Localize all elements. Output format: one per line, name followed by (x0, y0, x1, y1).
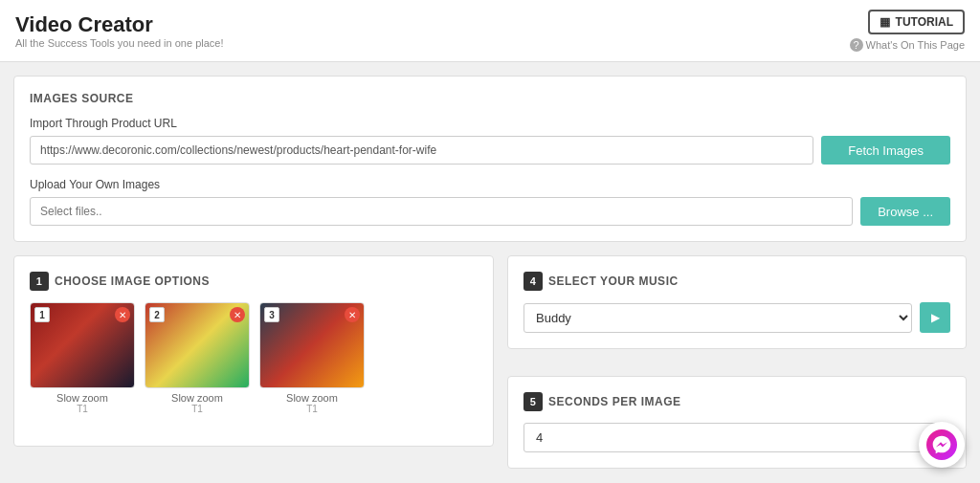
thumb-num-2: 2 (149, 307, 165, 322)
images-source-title: IMAGES SOURCE (30, 92, 950, 105)
thumbnail-2[interactable]: 2 ✕ (145, 302, 250, 388)
select-music-title: 4 SELECT YOUR MUSIC (523, 272, 950, 291)
thumb-label-2: Slow zoom (171, 392, 223, 404)
thumbnails-row: 1 ✕ Slow zoom T1 2 ✕ Slow zoom T1 (30, 302, 478, 414)
list-item: 1 ✕ Slow zoom T1 (30, 302, 135, 414)
thumb-close-2[interactable]: ✕ (230, 307, 245, 322)
play-icon: ▶ (931, 311, 940, 324)
seconds-per-image-title: 5 SECONDS PER IMAGE (523, 392, 950, 411)
thumb-sub-3: T1 (306, 404, 318, 414)
browse-button[interactable]: Browse ... (860, 197, 950, 226)
choose-images-col: 1 CHOOSE IMAGE OPTIONS 1 ✕ Slow zoom T1 (13, 255, 494, 482)
music-select[interactable]: Buddy Track 1 Track 2 Track 3 (523, 303, 912, 333)
music-row: Buddy Track 1 Track 2 Track 3 ▶ (523, 302, 950, 333)
tutorial-icon: ▦ (880, 15, 890, 29)
thumb-sub-2: T1 (191, 404, 203, 414)
header-right: ▦ TUTORIAL ? What's On This Page (850, 10, 965, 52)
thumb-label-1: Slow zoom (56, 392, 108, 404)
thumb-num-3: 3 (264, 307, 279, 322)
import-label: Import Through Product URL (30, 117, 950, 130)
app-subtitle: All the Success Tools you need in one pl… (15, 37, 224, 49)
thumbnail-3[interactable]: 3 ✕ (259, 302, 365, 388)
thumb-close-1[interactable]: ✕ (115, 307, 130, 322)
choose-images-card: 1 CHOOSE IMAGE OPTIONS 1 ✕ Slow zoom T1 (13, 255, 494, 447)
whats-on-page-label: What's On This Page (866, 39, 965, 51)
file-select-input[interactable] (30, 197, 853, 226)
choose-images-label: CHOOSE IMAGE OPTIONS (55, 274, 210, 288)
messenger-icon (926, 429, 957, 460)
images-source-card: IMAGES SOURCE Import Through Product URL… (13, 76, 967, 242)
url-row: Fetch Images (30, 136, 950, 165)
app-title: Video Creator (15, 12, 224, 37)
seconds-select[interactable]: 1 2 3 4 5 6 7 8 (523, 423, 950, 452)
tutorial-button[interactable]: ▦ TUTORIAL (868, 10, 965, 34)
thumb-sub-1: T1 (77, 404, 88, 414)
step-4-badge: 4 (523, 272, 543, 291)
right-col: 4 SELECT YOUR MUSIC Buddy Track 1 Track … (507, 255, 967, 482)
thumb-close-3[interactable]: ✕ (345, 307, 360, 322)
whats-on-page-link[interactable]: ? What's On This Page (850, 38, 965, 52)
seconds-label: SECONDS PER IMAGE (548, 395, 681, 408)
thumb-num-1: 1 (34, 307, 50, 322)
select-music-label: SELECT YOUR MUSIC (548, 274, 679, 288)
messenger-fab-button[interactable] (919, 422, 965, 468)
header: Video Creator All the Success Tools you … (0, 0, 980, 62)
play-music-button[interactable]: ▶ (920, 302, 950, 333)
choose-images-title: 1 CHOOSE IMAGE OPTIONS (30, 272, 478, 291)
step-5-badge: 5 (523, 392, 543, 411)
upload-label: Upload Your Own Images (30, 178, 950, 191)
thumbnail-1[interactable]: 1 ✕ (30, 302, 135, 388)
thumb-label-3: Slow zoom (286, 392, 338, 404)
svg-point-0 (926, 429, 957, 460)
question-icon: ? (850, 38, 863, 52)
upload-row: Browse ... (30, 197, 950, 226)
header-left: Video Creator All the Success Tools you … (15, 12, 224, 49)
main-content: IMAGES SOURCE Import Through Product URL… (0, 62, 980, 483)
seconds-per-image-card: 5 SECONDS PER IMAGE 1 2 3 4 5 6 7 8 (507, 376, 967, 469)
product-url-input[interactable] (30, 136, 813, 165)
list-item: 3 ✕ Slow zoom T1 (259, 302, 365, 414)
bottom-section: 1 CHOOSE IMAGE OPTIONS 1 ✕ Slow zoom T1 (13, 255, 967, 482)
step-1-badge: 1 (30, 272, 49, 291)
select-music-card: 4 SELECT YOUR MUSIC Buddy Track 1 Track … (507, 255, 967, 349)
fetch-images-button[interactable]: Fetch Images (821, 136, 950, 165)
tutorial-label: TUTORIAL (896, 15, 953, 29)
list-item: 2 ✕ Slow zoom T1 (145, 302, 250, 414)
